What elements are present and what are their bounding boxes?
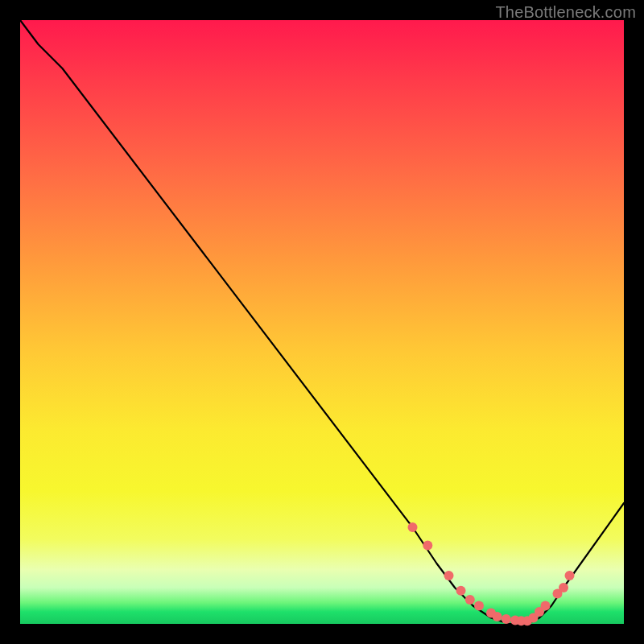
data-point — [456, 586, 466, 596]
plot-area — [20, 20, 624, 624]
chart-svg — [20, 20, 624, 624]
data-point — [493, 612, 502, 621]
data-point — [444, 571, 454, 580]
chart-frame: TheBottleneck.com — [0, 0, 644, 644]
data-point-markers — [408, 522, 575, 625]
data-point — [559, 583, 568, 592]
data-point — [541, 601, 551, 611]
data-point — [502, 614, 511, 624]
watermark-text: TheBottleneck.com — [495, 3, 636, 22]
data-point — [465, 595, 475, 605]
bottleneck-curve-path — [20, 20, 624, 624]
data-point — [474, 601, 484, 611]
bottleneck-curve — [20, 20, 624, 624]
data-point — [408, 522, 418, 532]
data-point — [423, 541, 432, 551]
data-point — [565, 571, 575, 580]
